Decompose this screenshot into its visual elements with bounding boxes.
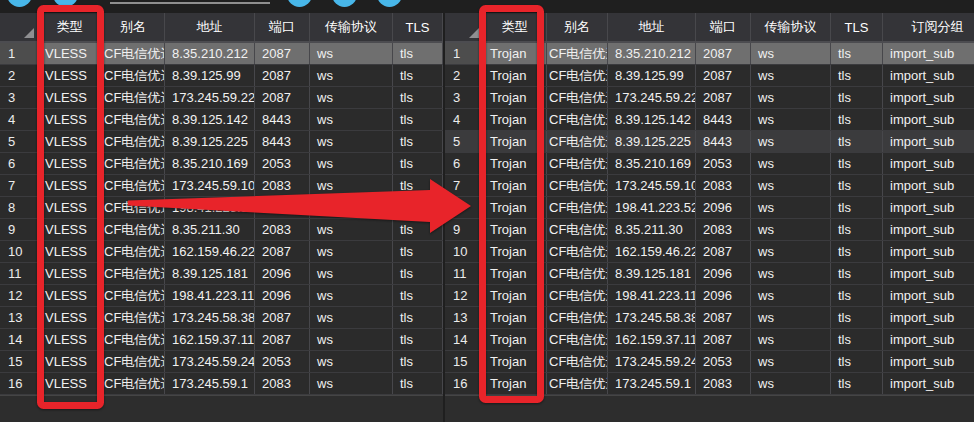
toolbar-round-button-icon[interactable] <box>7 0 32 7</box>
cell-tls: tls <box>831 373 883 394</box>
cell-type: Trojan <box>483 109 547 130</box>
cell-num: 8 <box>0 197 38 218</box>
cell-group: import_sub <box>883 219 974 240</box>
table-row[interactable]: 15TrojanCF电信优选173.245.59.242053wstlsimpo… <box>445 351 974 373</box>
toolbar-round-button-icon[interactable] <box>377 0 402 7</box>
col-header-address[interactable]: 地址 <box>165 13 255 41</box>
cell-port: 2087 <box>696 307 751 328</box>
select-all-corner-button[interactable] <box>0 13 38 41</box>
corner-triangle-icon <box>24 28 34 38</box>
col-header-port[interactable]: 端口 <box>696 13 751 41</box>
cell-type: Trojan <box>483 351 547 372</box>
table-row[interactable]: 11VLESSCF电信优选8.39.125.1812096wstls <box>0 263 443 285</box>
table-row[interactable]: 13TrojanCF电信优选173.245.58.382087wstlsimpo… <box>445 307 974 329</box>
cell-address: 162.159.37.115 <box>608 329 696 350</box>
table-row[interactable]: 5VLESSCF电信优选8.39.125.2258443wstls <box>0 131 443 153</box>
cell-type: Trojan <box>483 153 547 174</box>
table-row[interactable]: 8VLESSCF电信优选198.41.223.522096wstls <box>0 197 443 219</box>
table-row[interactable]: 6TrojanCF电信优选8.35.210.1692053wstlsimport… <box>445 153 974 175</box>
toolbar-round-button-icon[interactable] <box>287 0 312 7</box>
cell-transport: ws <box>310 153 393 174</box>
table-row[interactable]: 15VLESSCF电信优选173.245.59.242053wstls <box>0 351 443 373</box>
table-row[interactable]: 1TrojanCF电信优选8.35.210.2122087wstlsimport… <box>445 43 974 65</box>
cell-tls: tls <box>393 263 443 284</box>
col-header-type[interactable]: 类型 <box>483 13 547 41</box>
table-row[interactable]: 7VLESSCF电信优选173.245.59.1022083wstls <box>0 175 443 197</box>
cell-group: import_sub <box>883 131 974 152</box>
table-row[interactable]: 4VLESSCF电信优选8.39.125.1428443wstls <box>0 109 443 131</box>
cell-address: 173.245.59.1 <box>165 373 255 394</box>
table-row[interactable]: 8TrojanCF电信优选198.41.223.522096wstlsimpor… <box>445 197 974 219</box>
table-row[interactable]: 10VLESSCF电信优选162.159.46.2212087wstls <box>0 241 443 263</box>
cell-num: 12 <box>445 285 483 306</box>
table-row[interactable]: 9VLESSCF电信优选8.35.211.302083wstls <box>0 219 443 241</box>
table-row[interactable]: 4TrojanCF电信优选8.39.125.1428443wstlsimport… <box>445 109 974 131</box>
cell-transport: ws <box>310 329 393 350</box>
corner-triangle-icon <box>469 28 479 38</box>
cell-port: 2087 <box>696 65 751 86</box>
toolbar-round-button-icon[interactable] <box>53 0 78 7</box>
cell-alias: CF电信优选 <box>547 241 608 262</box>
cell-address: 8.35.210.212 <box>165 43 255 64</box>
cell-address: 8.39.125.181 <box>165 263 255 284</box>
table-row[interactable]: 16TrojanCF电信优选173.245.59.12083wstlsimpor… <box>445 373 974 395</box>
table-row[interactable]: 6VLESSCF电信优选8.35.210.1692053wstls <box>0 153 443 175</box>
cell-alias: CF电信优选 <box>102 241 165 262</box>
col-header-tls[interactable]: TLS <box>393 13 443 41</box>
table-row[interactable]: 7TrojanCF电信优选173.245.59.1022083wstlsimpo… <box>445 175 974 197</box>
cell-port: 2087 <box>255 65 310 86</box>
cell-port: 2096 <box>255 285 310 306</box>
table-row[interactable]: 14TrojanCF电信优选162.159.37.1152087wstlsimp… <box>445 329 974 351</box>
cell-tls: tls <box>831 175 883 196</box>
table-row[interactable]: 12TrojanCF电信优选198.41.223.1102096wstlsimp… <box>445 285 974 307</box>
col-header-type[interactable]: 类型 <box>38 13 102 41</box>
cell-transport: ws <box>751 65 831 86</box>
cell-transport: ws <box>310 263 393 284</box>
cell-tls: tls <box>831 219 883 240</box>
table-row[interactable]: 14VLESSCF电信优选162.159.37.1152087wstls <box>0 329 443 351</box>
table-row[interactable]: 2VLESSCF电信优选8.39.125.992087wstls <box>0 65 443 87</box>
cell-address: 8.35.210.169 <box>608 153 696 174</box>
cell-address: 173.245.58.38 <box>608 307 696 328</box>
cell-group: import_sub <box>883 241 974 262</box>
cell-address: 198.41.223.110 <box>165 285 255 306</box>
cell-num: 5 <box>0 131 38 152</box>
table-row[interactable]: 3VLESSCF电信优选173.245.59.222087wstls <box>0 87 443 109</box>
cell-group: import_sub <box>883 285 974 306</box>
cell-type: Trojan <box>483 65 547 86</box>
col-header-address[interactable]: 地址 <box>608 13 696 41</box>
toolbar-round-button-icon[interactable] <box>332 0 357 7</box>
cell-type: Trojan <box>483 131 547 152</box>
col-header-transport[interactable]: 传输协议 <box>310 13 393 41</box>
cell-tls: tls <box>393 285 443 306</box>
cell-num: 4 <box>0 109 38 130</box>
table-row[interactable]: 1VLESSCF电信优选8.35.210.2122087wstls <box>0 43 443 65</box>
cell-alias: CF电信优选 <box>102 153 165 174</box>
cell-port: 2087 <box>255 241 310 262</box>
cell-address: 173.245.59.24 <box>165 351 255 372</box>
col-header-tls[interactable]: TLS <box>831 13 883 41</box>
table-row[interactable]: 9TrojanCF电信优选8.35.211.302083wstlsimport_… <box>445 219 974 241</box>
table-row[interactable]: 16VLESSCF电信优选173.245.59.12083wstls <box>0 373 443 395</box>
table-row[interactable]: 5TrojanCF电信优选8.39.125.2258443wstlsimport… <box>445 131 974 153</box>
col-header-transport[interactable]: 传输协议 <box>751 13 831 41</box>
table-row[interactable]: 2TrojanCF电信优选8.39.125.992087wstlsimport_… <box>445 65 974 87</box>
cell-tls: tls <box>831 307 883 328</box>
cell-alias: CF电信优选 <box>102 197 165 218</box>
cell-alias: CF电信优选 <box>547 373 608 394</box>
cell-port: 2087 <box>696 329 751 350</box>
table-row[interactable]: 12VLESSCF电信优选198.41.223.1102096wstls <box>0 285 443 307</box>
col-header-alias[interactable]: 别名 <box>102 13 165 41</box>
select-all-corner-button[interactable] <box>445 13 483 41</box>
cell-alias: CF电信优选 <box>102 175 165 196</box>
table-row[interactable]: 11TrojanCF电信优选8.39.125.1812096wstlsimpor… <box>445 263 974 285</box>
cell-group: import_sub <box>883 109 974 130</box>
col-header-alias[interactable]: 别名 <box>547 13 608 41</box>
cell-tls: tls <box>831 65 883 86</box>
table-row[interactable]: 3TrojanCF电信优选173.245.59.222087wstlsimpor… <box>445 87 974 109</box>
table-row[interactable]: 13VLESSCF电信优选173.245.58.382087wstls <box>0 307 443 329</box>
table-row[interactable]: 10TrojanCF电信优选162.159.46.2212087wstlsimp… <box>445 241 974 263</box>
col-header-port[interactable]: 端口 <box>255 13 310 41</box>
cell-port: 2087 <box>696 87 751 108</box>
col-header-group[interactable]: 订阅分组 <box>883 13 974 41</box>
